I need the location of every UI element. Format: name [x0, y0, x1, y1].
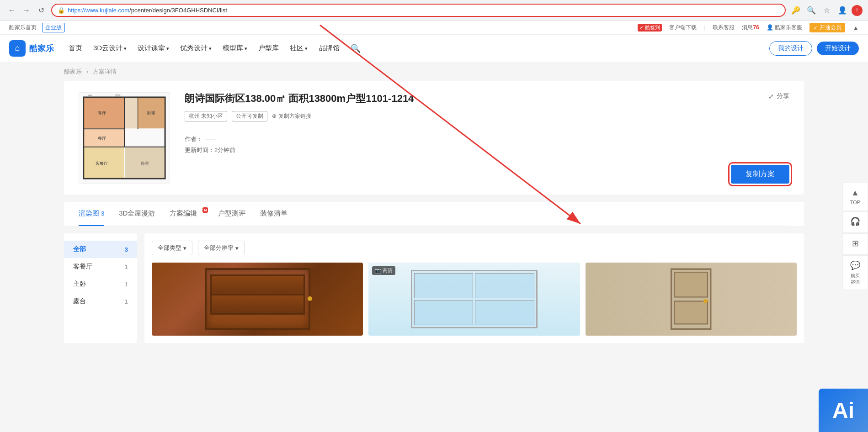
share-button[interactable]: ⤢ 分享	[768, 92, 789, 100]
dropdown-arrow-res: ▾	[235, 245, 239, 252]
start-design-button[interactable]: 开始设计	[817, 42, 859, 55]
my-design-button[interactable]: 我的设计	[769, 41, 812, 56]
nav-item-floorplan[interactable]: 户型库	[258, 42, 279, 54]
render-content: 全部类型 ▾ 全部分辨率 ▾	[144, 233, 804, 343]
image-card-3[interactable]	[586, 263, 797, 336]
forward-button[interactable]: →	[20, 4, 33, 17]
svg-text:客餐厅: 客餐厅	[96, 161, 108, 166]
tab-render[interactable]: 渲染图3	[79, 202, 104, 226]
filter-all-count: 3	[125, 246, 128, 253]
tab-3d-tour[interactable]: 3D全屋漫游	[119, 202, 155, 226]
nav-item-brand[interactable]: 品牌馆	[319, 42, 340, 54]
filter-terrace-count: 1	[125, 298, 128, 305]
sign-badge[interactable]: ✓酷签到	[638, 24, 662, 32]
main-content: 客厅 卧室 餐厅 客餐厅 卧室 4% 花示 朗诗国际街区138.00㎡ 面积13…	[0, 81, 868, 343]
download-link[interactable]: 客户端下载	[669, 24, 697, 32]
star-button[interactable]: ☆	[820, 4, 833, 17]
filter-all[interactable]: 全部 3	[64, 241, 137, 258]
tab-count: 3	[101, 210, 104, 217]
address-bar[interactable]: 🔒 https://www.kujiale.com/pcenter/design…	[51, 4, 786, 17]
search-browser-button[interactable]: 🔍	[805, 4, 818, 17]
logo[interactable]: ⌂ 酷家乐	[9, 40, 54, 57]
key-icon[interactable]: 🔑	[789, 4, 802, 17]
contact-link[interactable]: 联系客服	[713, 24, 735, 32]
svg-rect-20	[675, 272, 708, 297]
consult-icon: 💬	[848, 260, 862, 271]
image-grid: 📷 高清	[152, 263, 797, 336]
url-text: https://www.kujiale.com/pcenter/design/3…	[68, 7, 779, 14]
image-inner-2: 📷 高清	[368, 263, 580, 336]
project-meta: 作者： 更新时间：2分钟前	[185, 135, 789, 154]
svg-text:卧室: 卧室	[147, 111, 155, 116]
top-button[interactable]: ▲ TOP	[842, 183, 868, 211]
dropdown-arrow-type: ▾	[183, 245, 186, 252]
filter-living-count: 1	[125, 263, 128, 270]
breadcrumb-current: 方案详情	[93, 68, 117, 75]
tab-checklist[interactable]: 装修清单	[260, 202, 288, 226]
copy-link-button[interactable]: ⊕ 复制方案链接	[272, 112, 311, 120]
project-tags: 杭州 未知小区 公开可复制 ⊕ 复制方案链接	[185, 111, 789, 121]
content-area: 全部 3 客餐厅 1 主卧 1 露台 1	[64, 233, 804, 343]
account-button[interactable]: 👤	[836, 4, 849, 17]
copy-plan-button[interactable]: 复制方案	[731, 165, 789, 184]
qr-button[interactable]: ⊞	[842, 233, 868, 255]
nav-item-community[interactable]: 社区	[290, 42, 308, 54]
filter-bedroom-count: 1	[125, 281, 128, 288]
consult-label: 购买咨询	[851, 273, 860, 284]
image-inner-1	[152, 263, 363, 336]
project-card: 客厅 卧室 餐厅 客餐厅 卧室 4% 花示 朗诗国际街区138.00㎡ 面积13…	[64, 81, 804, 195]
svg-rect-21	[675, 301, 708, 324]
svg-text:客厅: 客厅	[98, 111, 106, 116]
refresh-button[interactable]: ↺	[35, 4, 48, 17]
right-floating-sidebar: ▲ TOP 🎧 ⊞ 💬 购买咨询	[842, 183, 868, 290]
resolution-filter-dropdown[interactable]: 全部分辨率 ▾	[198, 241, 245, 255]
service-link[interactable]: 👤 酷家乐客服	[767, 24, 802, 32]
nav-item-classroom[interactable]: 设计课堂	[138, 42, 169, 54]
nav-item-3d[interactable]: 3D云设计	[93, 42, 127, 54]
project-title: 朗诗国际街区138.00㎡ 面积13800m户型1101-1214	[185, 92, 789, 105]
browser-actions: 🔑 🔍 ☆ 👤 !	[789, 4, 863, 17]
window-pane-2	[475, 273, 534, 298]
nav-actions: 我的设计 开始设计	[769, 41, 859, 56]
logo-icon: ⌂	[9, 40, 26, 57]
filter-sidebar: 全部 3 客餐厅 1 主卧 1 露台 1	[64, 233, 137, 343]
author-row: 作者：	[185, 135, 789, 143]
copy-icon: ⊕	[272, 113, 277, 119]
tab-plan-edit[interactable]: 方案编辑 N	[170, 202, 203, 226]
enterprise-button[interactable]: 企业版	[42, 23, 65, 32]
filter-bedroom[interactable]: 主卧 1	[64, 275, 137, 293]
filter-terrace[interactable]: 露台 1	[64, 293, 137, 310]
search-icon[interactable]: 🔍	[351, 43, 361, 53]
back-button[interactable]: ←	[5, 4, 18, 17]
tabs: 渲染图3 3D全屋漫游 方案编辑 N 户型测评 装修清单	[79, 202, 789, 226]
utility-bar: 酷家乐首页 企业版 ✓酷签到 客户端下载 | 联系客服 消息76 👤 酷家乐客服…	[0, 21, 868, 35]
extension-button[interactable]: !	[852, 5, 863, 16]
door-image-1	[152, 263, 363, 336]
filter-living[interactable]: 客餐厅 1	[64, 258, 137, 275]
image-card-1[interactable]	[152, 263, 363, 336]
nav-item-design[interactable]: 优秀设计	[180, 42, 212, 54]
hd-badge: 📷 高清	[372, 266, 395, 275]
tab-floor-eval[interactable]: 户型测评	[218, 202, 245, 226]
window-pane-4	[475, 300, 534, 325]
consult-button[interactable]: 💬 购买咨询	[842, 255, 868, 290]
breadcrumb-separator: ›	[86, 68, 90, 75]
nav-item-home[interactable]: 首页	[69, 42, 82, 54]
share-icon: ⤢	[768, 93, 774, 100]
headset-button[interactable]: 🎧	[842, 211, 868, 233]
browser-chrome: ← → ↺ 🔒 https://www.kujiale.com/pcenter/…	[0, 0, 868, 21]
image-inner-3	[586, 263, 797, 336]
breadcrumb-home[interactable]: 酷家乐	[64, 68, 82, 75]
svg-text:卧室: 卧室	[141, 161, 149, 166]
utility-right: ✓酷签到 客户端下载 | 联系客服 消息76 👤 酷家乐客服 ✓开通会员 ▲	[638, 23, 859, 32]
message-link[interactable]: 消息76	[742, 24, 759, 32]
image-card-2[interactable]: 📷 高清	[368, 263, 580, 336]
project-info: 朗诗国际街区138.00㎡ 面积13800m户型1101-1214 杭州 未知小…	[185, 92, 789, 157]
nav-items: 首页 3D云设计 设计课堂 优秀设计 模型库 户型库 社区 品牌馆 🔍	[69, 42, 755, 54]
type-filter-dropdown[interactable]: 全部类型 ▾	[152, 241, 192, 255]
vip-button[interactable]: ✓开通会员	[809, 23, 845, 32]
nav-item-model[interactable]: 模型库	[223, 42, 247, 54]
home-link[interactable]: 酷家乐首页	[9, 24, 37, 32]
public-tag: 公开可复制	[232, 111, 267, 121]
main-nav: ⌂ 酷家乐 首页 3D云设计 设计课堂 优秀设计 模型库 户型库 社区 品牌馆 …	[0, 35, 868, 62]
